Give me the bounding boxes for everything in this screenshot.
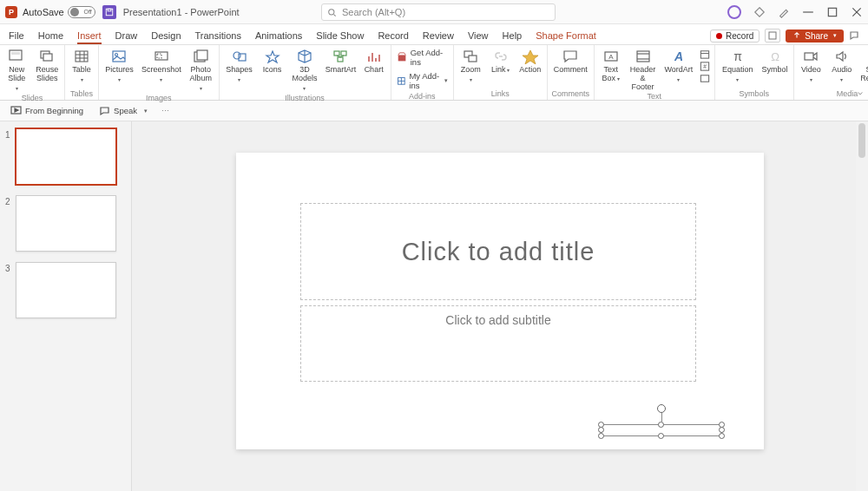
smartart-button[interactable]: SmartArt (324, 47, 357, 74)
screenshot-button[interactable]: Screenshot (140, 47, 183, 84)
new-slide-button[interactable]: New Slide (3, 47, 30, 93)
pictures-icon (110, 49, 128, 64)
record-button[interactable]: Record (710, 29, 760, 43)
document-title: Presentation1 - PowerPoint (123, 7, 240, 17)
minimize-button[interactable] (802, 6, 814, 18)
tab-animations[interactable]: Animations (255, 30, 302, 44)
date-time-icon[interactable] (699, 49, 711, 60)
account-icon[interactable] (727, 5, 741, 19)
vertical-scrollbar[interactable] (856, 121, 868, 491)
svg-rect-27 (334, 51, 339, 56)
object-icon[interactable] (699, 73, 711, 84)
my-addins-button[interactable]: My Add-ins ▾ (395, 70, 450, 91)
thumbnail-pane[interactable]: 1 2 3 (0, 121, 132, 491)
ribbon-collapse-icon[interactable]: ⌵ (858, 87, 863, 96)
3d-models-button[interactable]: 3D Models (289, 47, 321, 93)
group-text: AText Box Header & Footer AWordArt # Tex… (595, 45, 715, 100)
share-button[interactable]: Share (786, 29, 844, 43)
pen-icon[interactable] (778, 6, 790, 18)
overflow-icon[interactable]: ⋯ (161, 107, 169, 115)
thumbnail-2[interactable]: 2 (5, 195, 126, 252)
wordart-icon: A (670, 49, 687, 64)
tab-draw[interactable]: Draw (115, 30, 138, 44)
svg-rect-1 (108, 9, 111, 11)
subtitle-placeholder[interactable]: Click to add subtitle (300, 305, 696, 382)
thumbnail-3[interactable]: 3 (5, 262, 126, 318)
selected-shape[interactable] (601, 424, 722, 436)
zoom-button[interactable]: Zoom (457, 47, 484, 84)
symbol-button[interactable]: ΩSymbol (760, 47, 790, 74)
resize-handle-n[interactable] (658, 422, 664, 428)
tab-help[interactable]: Help (503, 30, 523, 44)
photo-album-button[interactable]: Photo Album (187, 47, 215, 93)
tab-design[interactable]: Design (151, 30, 181, 44)
equation-button[interactable]: πEquation (719, 47, 757, 84)
tab-shape-format[interactable]: Shape Format (536, 30, 596, 44)
svg-rect-36 (398, 55, 405, 61)
search-icon (327, 8, 337, 17)
resize-handle-se[interactable] (719, 433, 725, 439)
save-icon[interactable] (102, 5, 116, 19)
tab-transitions[interactable]: Transitions (195, 30, 241, 44)
from-beginning-button[interactable]: From Beginning (9, 104, 85, 117)
autosave-toggle[interactable]: Off (68, 6, 95, 18)
group-images: Pictures Screenshot Photo Album Images (99, 45, 220, 100)
pictures-button[interactable]: Pictures (102, 47, 136, 84)
reuse-slides-button[interactable]: Reuse Slides (33, 47, 61, 82)
svg-marker-60 (15, 108, 18, 112)
tab-home[interactable]: Home (38, 30, 63, 44)
powerpoint-icon: P (5, 6, 17, 18)
action-button[interactable]: Action (517, 47, 543, 74)
thumbnail-1[interactable]: 1 (5, 128, 126, 185)
speak-icon (99, 105, 110, 116)
scrollbar-thumb[interactable] (858, 123, 865, 158)
thumbnail-slide-3[interactable] (16, 262, 116, 318)
link-button[interactable]: Link (488, 47, 514, 75)
svg-point-19 (115, 54, 118, 56)
play-from-start-icon (10, 105, 22, 116)
resize-handle-w[interactable] (598, 427, 604, 433)
table-button[interactable]: Table (69, 47, 95, 84)
search-box[interactable]: Search (Alt+Q) (321, 3, 556, 21)
header-footer-button[interactable]: Header & Footer (628, 47, 659, 91)
slide-number-icon[interactable]: # (699, 61, 711, 72)
rotate-handle[interactable] (657, 404, 666, 413)
tab-file[interactable]: File (9, 30, 24, 44)
slide-canvas-area[interactable]: Click to add title Click to add subtitle (132, 121, 868, 491)
speak-button[interactable]: Speak ▾ (97, 104, 149, 117)
maximize-button[interactable] (826, 6, 838, 18)
svg-rect-12 (43, 54, 52, 61)
close-button[interactable] (851, 6, 863, 18)
screen-recording-button[interactable]: Screen Recording (859, 47, 868, 82)
textbox-button[interactable]: AText Box (598, 47, 624, 83)
wordart-button[interactable]: AWordArt (662, 47, 695, 84)
icons-button[interactable]: Icons (260, 47, 286, 74)
thumbnail-slide-2[interactable] (16, 195, 116, 252)
diamond-icon[interactable] (753, 6, 766, 18)
thumbnail-slide-1[interactable] (16, 128, 116, 185)
comments-pane-icon[interactable] (849, 30, 859, 41)
svg-rect-28 (341, 51, 346, 56)
chart-button[interactable]: Chart (361, 47, 387, 74)
search-placeholder: Search (Alt+Q) (342, 7, 405, 17)
tab-view[interactable]: View (468, 30, 489, 44)
video-button[interactable]: Video (798, 47, 825, 84)
get-addins-button[interactable]: Get Add-ins (395, 47, 450, 68)
tab-slideshow[interactable]: Slide Show (316, 30, 364, 44)
resize-handle-sw[interactable] (598, 433, 604, 439)
audio-button[interactable]: Audio (828, 47, 856, 84)
present-mode-button[interactable] (765, 29, 780, 43)
svg-rect-47 (700, 51, 708, 58)
svg-marker-40 (523, 50, 538, 64)
tab-insert[interactable]: Insert (77, 30, 102, 44)
resize-handle-e[interactable] (719, 427, 725, 433)
comment-button[interactable]: Comment (551, 47, 590, 74)
slide[interactable]: Click to add title Click to add subtitle (236, 153, 764, 449)
tab-review[interactable]: Review (423, 30, 454, 44)
resize-handle-s[interactable] (658, 433, 664, 439)
tab-record[interactable]: Record (378, 30, 408, 44)
svg-rect-9 (10, 50, 22, 60)
shapes-button[interactable]: Shapes (223, 47, 256, 84)
svg-marker-26 (266, 51, 279, 62)
title-placeholder[interactable]: Click to add title (300, 203, 696, 300)
